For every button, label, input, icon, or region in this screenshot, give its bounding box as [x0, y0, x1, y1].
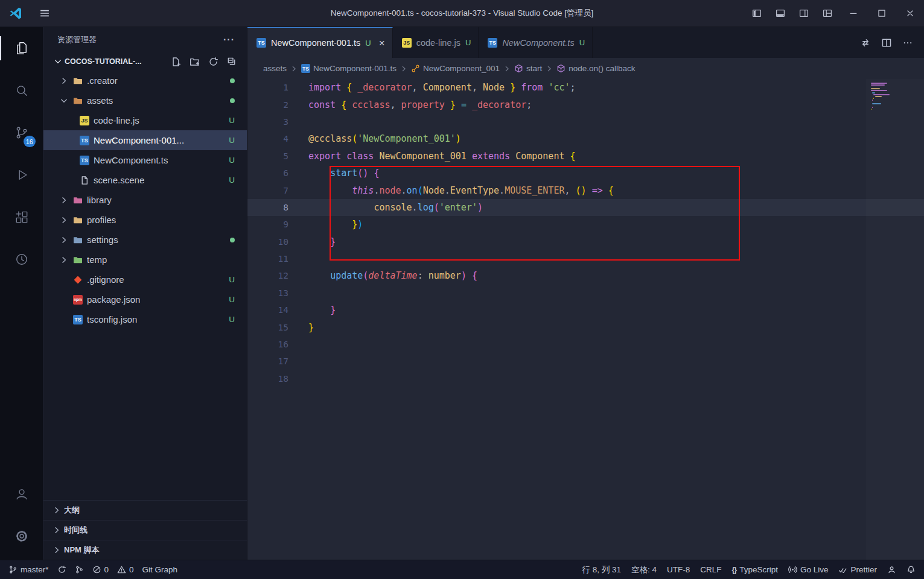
code-editor[interactable]: 1import { _decorator, Component, Node } …	[247, 79, 924, 560]
tree-item[interactable]: library	[43, 190, 247, 210]
sidebar-section-npm-scripts[interactable]: NPM 脚本	[43, 540, 247, 560]
tree-item[interactable]: JScode-line.jsU	[43, 110, 247, 130]
problems-errors[interactable]: 0	[92, 560, 109, 579]
code-line[interactable]: 15}	[247, 318, 924, 335]
code-line[interactable]: 16	[247, 336, 924, 353]
new-folder-icon[interactable]	[190, 57, 200, 67]
sync-button[interactable]	[57, 560, 66, 579]
folder-icon	[73, 96, 83, 106]
code-line[interactable]: 6 start() {	[247, 165, 924, 182]
line-number: 18	[247, 374, 288, 384]
tree-item[interactable]: temp	[43, 250, 247, 270]
activity-run-debug[interactable]	[0, 154, 43, 196]
code-line[interactable]: 18	[247, 370, 924, 387]
layout-customize-icon	[823, 8, 832, 18]
layout-sidebar-left-button[interactable]	[745, 0, 768, 27]
tree-item[interactable]: .creator	[43, 71, 247, 90]
breadcrumb-label: NewComponent-001.ts	[313, 64, 397, 73]
minimize-button[interactable]	[839, 0, 867, 27]
line-number: 1	[247, 83, 288, 92]
feedback[interactable]	[887, 560, 896, 579]
chevron-right-icon	[290, 65, 298, 73]
code-line[interactable]: 12 update(deltaTime: number) {	[247, 267, 924, 284]
breadcrumb-item[interactable]: node.on() callback	[556, 64, 635, 73]
branch-indicator[interactable]: master*	[8, 560, 49, 579]
code-line[interactable]: 5export class NewComponent_001 extends C…	[247, 148, 924, 165]
editor-tab[interactable]: TSNewComponent-001.tsU×	[247, 27, 393, 58]
code-line[interactable]: 10 }	[247, 233, 924, 250]
code-line[interactable]: 2const { ccclass, property } = _decorato…	[247, 96, 924, 113]
breadcrumb-item[interactable]: assets	[263, 64, 287, 73]
line-number: 13	[247, 288, 288, 298]
tree-item[interactable]: npmpackage.jsonU	[43, 290, 247, 309]
tree-item[interactable]: TStsconfig.jsonU	[43, 309, 247, 329]
open-changes-icon[interactable]	[860, 37, 871, 48]
tree-item[interactable]: profiles	[43, 210, 247, 230]
layout-customize-button[interactable]	[815, 0, 839, 27]
commit-graph-button[interactable]	[75, 560, 84, 579]
notifications[interactable]	[906, 560, 916, 579]
encoding[interactable]: UTF-8	[667, 560, 690, 579]
tree-item-label: scene.scene	[94, 175, 144, 185]
editor-tab[interactable]: JScode-line.jsU	[393, 27, 479, 58]
prettier[interactable]: Prettier	[838, 560, 877, 579]
tree-item[interactable]: scene.sceneU	[43, 170, 247, 190]
collapse-all-icon[interactable]	[227, 57, 237, 67]
activity-history[interactable]	[0, 238, 43, 280]
code-line[interactable]: 17	[247, 353, 924, 370]
activity-extensions[interactable]	[0, 196, 43, 238]
status-bar-right: 行 8, 列 31空格: 4UTF-8C​RLF{}TypeScriptGo L…	[582, 560, 916, 579]
tree-item[interactable]: settings	[43, 230, 247, 250]
activity-explorer[interactable]	[0, 27, 43, 69]
maximize-button[interactable]	[867, 0, 896, 27]
editor-tab[interactable]: TSNewComponent.tsU	[479, 27, 593, 58]
refresh-icon[interactable]	[208, 57, 218, 67]
breadcrumb-item[interactable]: start	[514, 64, 542, 73]
sidebar-section-timeline[interactable]: 时间线	[43, 520, 247, 540]
indentation[interactable]: 空格: 4	[631, 560, 657, 579]
activity-settings[interactable]	[0, 515, 43, 557]
line-content: start() {	[288, 168, 379, 179]
breadcrumb-item[interactable]: NewComponent_001	[411, 64, 500, 73]
code-line[interactable]: 11	[247, 250, 924, 267]
tree-item[interactable]: TSNewComponent.tsU	[43, 150, 247, 170]
code-line[interactable]: 13	[247, 285, 924, 302]
layout-sidebar-right-button[interactable]	[792, 0, 815, 27]
more-actions-icon[interactable]: ···	[223, 34, 235, 45]
code-line[interactable]: 7 this.node.on(Node.EventType.MOUSE_ENTE…	[247, 182, 924, 198]
eol[interactable]: C​RLF	[700, 560, 721, 579]
editor-tabs: TSNewComponent-001.tsU×JScode-line.jsUTS…	[247, 27, 593, 58]
close-tab-icon[interactable]: ×	[379, 38, 385, 48]
tree-item[interactable]: TSNewComponent-001...U	[43, 130, 247, 150]
code-line[interactable]: 4@ccclass('NewComponent_001')	[247, 130, 924, 147]
code-line[interactable]: 9 })	[247, 216, 924, 233]
new-file-icon[interactable]	[171, 57, 181, 67]
menu-icon[interactable]	[39, 7, 51, 19]
tree-item[interactable]: .gitignoreU	[43, 270, 247, 290]
symbol-method-icon	[514, 64, 523, 73]
tree-item[interactable]: assets	[43, 90, 247, 110]
minimap[interactable]	[866, 79, 924, 560]
language-mode[interactable]: {}TypeScript	[731, 560, 778, 579]
code-line[interactable]: 1import { _decorator, Component, Node } …	[247, 79, 924, 96]
close-button[interactable]	[896, 0, 924, 27]
problems-warnings[interactable]: 0	[117, 560, 134, 579]
breadcrumb-item[interactable]: TSNewComponent-001.ts	[301, 64, 397, 73]
code-line[interactable]: 8 console.log('enter')	[247, 199, 924, 216]
tab-actions	[860, 27, 924, 58]
project-root-row[interactable]: COCOS-TUTORIAL-...	[43, 52, 247, 71]
code-line[interactable]: 14 }	[247, 302, 924, 318]
sidebar-section-outline[interactable]: 大纲	[43, 500, 247, 520]
activity-source-control[interactable]: 16	[0, 112, 43, 154]
layout-panel-button[interactable]	[768, 0, 792, 27]
cursor-position[interactable]: 行 8, 列 31	[582, 560, 621, 579]
code-line[interactable]: 3	[247, 113, 924, 130]
line-content: console.log('enter')	[288, 202, 483, 213]
git-graph-button[interactable]: Git Graph	[142, 560, 178, 579]
activity-bar: 16	[0, 27, 43, 560]
activity-search[interactable]	[0, 69, 43, 112]
more-actions-icon[interactable]	[902, 37, 913, 48]
go-live[interactable]: Go Live	[788, 560, 829, 579]
split-editor-icon[interactable]	[881, 37, 892, 48]
activity-account[interactable]	[0, 473, 43, 515]
